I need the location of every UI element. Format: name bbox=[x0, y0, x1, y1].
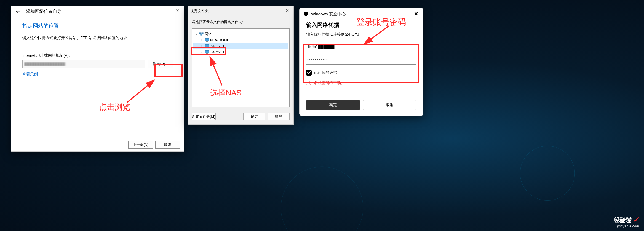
expand-icon[interactable]: › bbox=[200, 38, 204, 42]
dialog-footer: 新建文件夹(M) 确定 取消 bbox=[188, 110, 293, 124]
add-network-location-wizard-dialog: ✕ 🡠 添加网络位置向导 指定网站的位置 键入这个快捷方式要打开的网站、FTP … bbox=[11, 6, 184, 152]
new-folder-button[interactable]: 新建文件夹(M) bbox=[192, 113, 216, 120]
wizard-title: 添加网络位置向导 bbox=[26, 9, 62, 14]
computer-icon bbox=[205, 50, 209, 54]
folder-tree[interactable]: ⌄ 网络 › NEWHOME › Z4-QYJT › Z4-QYJT bbox=[192, 28, 290, 107]
tree-label: 网络 bbox=[205, 31, 212, 36]
tree-item-z4qyjt-selected[interactable]: › Z4-QYJT bbox=[193, 43, 288, 49]
titlebar: 🡠 添加网络位置向导 bbox=[11, 6, 184, 17]
svg-rect-10 bbox=[205, 50, 209, 53]
dialog-title: 浏览文件夹 bbox=[191, 9, 209, 14]
dialog-body: 输入网络凭据 输入你的凭据以连接到:Z4-QYJT 记住我的凭据 用户名或密码不… bbox=[300, 20, 423, 100]
ok-button[interactable]: 确定 bbox=[306, 100, 360, 110]
remember-checkbox[interactable] bbox=[306, 70, 312, 76]
address-input[interactable] bbox=[22, 60, 145, 68]
windows-security-dialog: ✕ Windows 安全中心 输入网络凭据 输入你的凭据以连接到:Z4-QYJT… bbox=[299, 8, 423, 116]
svg-rect-9 bbox=[206, 47, 208, 48]
watermark: 经验啦 ✓ jingyanla.com bbox=[613, 216, 639, 228]
shield-icon bbox=[303, 12, 308, 17]
expand-icon[interactable]: › bbox=[200, 50, 204, 54]
computer-icon bbox=[205, 44, 209, 48]
page-heading: 指定网站的位置 bbox=[22, 22, 173, 29]
example-link[interactable]: 查看示例 bbox=[22, 72, 38, 77]
subtext: 输入你的凭据以连接到:Z4-QYJT bbox=[306, 32, 416, 37]
next-button[interactable]: 下一页(N) bbox=[128, 141, 153, 149]
tree-label: Z4-QYJT bbox=[210, 44, 225, 48]
computer-icon bbox=[205, 38, 209, 42]
remember-label: 记住我的凭据 bbox=[314, 70, 337, 75]
address-label: Internet 地址或网络地址(A): bbox=[22, 53, 173, 58]
button-row: 确定 取消 bbox=[300, 100, 423, 116]
prompt-text: 请选择要发布文件的网络文件夹: bbox=[188, 16, 293, 27]
titlebar: Windows 安全中心 bbox=[300, 8, 423, 20]
svg-rect-6 bbox=[205, 38, 209, 41]
username-input[interactable] bbox=[306, 42, 416, 51]
watermark-text: 经验啦 bbox=[613, 217, 631, 224]
svg-rect-8 bbox=[205, 44, 209, 47]
error-message: 用户名或密码不正确。 bbox=[306, 80, 416, 85]
wizard-content: 指定网站的位置 键入这个快捷方式要打开的网站、FTP 站点或网络位置的地址。 I… bbox=[11, 17, 184, 138]
heading: 输入网络凭据 bbox=[306, 21, 416, 29]
password-input[interactable] bbox=[306, 55, 416, 65]
close-icon[interactable]: ✕ bbox=[283, 7, 291, 14]
browse-button[interactable]: 浏览(R)... bbox=[148, 60, 173, 68]
close-icon[interactable]: ✕ bbox=[412, 10, 420, 17]
tree-item-z4qyjt[interactable]: › Z4-QYJT bbox=[193, 49, 288, 55]
svg-rect-11 bbox=[206, 53, 208, 54]
svg-rect-3 bbox=[201, 34, 202, 35]
ok-button[interactable]: 确定 bbox=[243, 113, 265, 120]
cancel-button[interactable]: 取消 bbox=[363, 100, 416, 110]
expand-icon[interactable]: ⌄ bbox=[194, 32, 198, 36]
cancel-button[interactable]: 取消 bbox=[155, 141, 180, 149]
svg-rect-1 bbox=[199, 33, 201, 34]
watermark-url: jingyanla.com bbox=[613, 224, 639, 228]
svg-rect-2 bbox=[202, 33, 203, 34]
back-arrow-icon[interactable]: 🡠 bbox=[14, 7, 23, 15]
cancel-button[interactable]: 取消 bbox=[268, 113, 290, 120]
tree-item-newhome[interactable]: › NEWHOME bbox=[193, 37, 288, 43]
browse-folder-dialog: ✕ 浏览文件夹 请选择要发布文件的网络文件夹: ⌄ 网络 › NEWHOME ›… bbox=[188, 6, 294, 125]
check-icon: ✓ bbox=[633, 216, 639, 224]
wizard-footer: 下一页(N) 取消 bbox=[11, 138, 184, 151]
expand-icon[interactable]: › bbox=[200, 44, 204, 48]
tree-label: Z4-QYJT bbox=[210, 50, 225, 54]
titlebar: 浏览文件夹 bbox=[188, 6, 293, 16]
dialog-title: Windows 安全中心 bbox=[311, 12, 346, 17]
tree-root-network[interactable]: ⌄ 网络 bbox=[193, 31, 288, 37]
network-icon bbox=[199, 32, 204, 36]
page-description: 键入这个快捷方式要打开的网站、FTP 站点或网络位置的地址。 bbox=[22, 36, 173, 41]
tree-label: NEWHOME bbox=[210, 38, 229, 42]
svg-rect-7 bbox=[206, 41, 208, 42]
close-icon[interactable]: ✕ bbox=[173, 7, 182, 15]
